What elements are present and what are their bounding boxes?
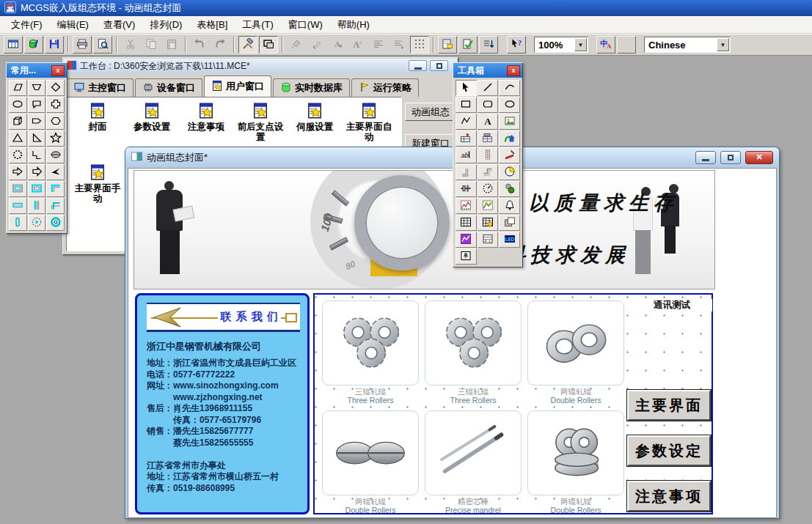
- context-help-button[interactable]: ?: [507, 36, 526, 53]
- xy-chart-tool[interactable]: [478, 198, 499, 214]
- cube-tool[interactable]: [9, 114, 27, 130]
- tab-2[interactable]: 用户窗口: [204, 75, 271, 97]
- menu-item-2[interactable]: 查看(V): [97, 17, 142, 33]
- syntax-check-button[interactable]: [458, 36, 478, 53]
- menu-item-1[interactable]: 编辑(E): [51, 17, 95, 33]
- user-window-item-1[interactable]: 参数设置: [125, 102, 178, 132]
- report-grid-tool[interactable]: [478, 232, 499, 248]
- document-close-button[interactable]: ✕: [745, 151, 773, 164]
- bar-vertical-tool[interactable]: [28, 198, 46, 214]
- blank-button[interactable]: [617, 36, 636, 53]
- dotted-circle-tool[interactable]: [28, 215, 46, 231]
- user-window-item-4[interactable]: 伺服设置: [288, 102, 341, 132]
- common-toggle-button[interactable]: [259, 36, 278, 53]
- menu-item-3[interactable]: 排列(D): [143, 17, 189, 33]
- gauge-clock-tool[interactable]: [478, 181, 499, 197]
- chevron-down-icon[interactable]: ▼: [574, 38, 587, 51]
- tab-4[interactable]: 运行策略: [351, 78, 419, 97]
- select-arrow-tool[interactable]: [456, 80, 477, 96]
- ellipse-shape-tool[interactable]: [9, 97, 27, 113]
- grid-toggle-button[interactable]: [410, 36, 429, 53]
- burst-tool[interactable]: [9, 147, 27, 163]
- diamond-tool[interactable]: [46, 80, 65, 96]
- cross-shape-tool[interactable]: [46, 97, 65, 113]
- toolbox-toggle-button[interactable]: [238, 36, 257, 53]
- bar-horizontal-tool[interactable]: [9, 198, 27, 214]
- workbench-restore-button[interactable]: [430, 60, 448, 71]
- menu-item-4[interactable]: 表格[B]: [190, 17, 234, 33]
- window-stack-tool[interactable]: [499, 215, 520, 231]
- zoom-select[interactable]: 100%▼: [534, 37, 588, 53]
- right-triangle-tool[interactable]: [28, 130, 46, 147]
- arrow-outline-tool[interactable]: [9, 164, 27, 180]
- properties-button[interactable]: [438, 36, 457, 53]
- frame-gray-cyan-tool[interactable]: [9, 181, 27, 197]
- alarm-bell-tool[interactable]: [499, 198, 520, 214]
- arc-tool-tool[interactable]: [499, 80, 520, 96]
- close-icon[interactable]: x: [51, 65, 65, 76]
- parallelogram-tool[interactable]: [9, 80, 27, 96]
- frame-cyan-gray-tool[interactable]: [28, 181, 46, 197]
- tab-0[interactable]: 主控窗口: [66, 78, 133, 97]
- hexagon-tool[interactable]: [46, 114, 65, 130]
- window-home-tool[interactable]: [499, 130, 520, 147]
- elbow-tube-tool[interactable]: [478, 164, 499, 180]
- corner-lines-tool[interactable]: [46, 198, 65, 214]
- document-minimize-button[interactable]: [695, 151, 716, 164]
- tab-1[interactable]: 设备窗口: [135, 78, 202, 97]
- text-label-tool[interactable]: A: [478, 114, 499, 130]
- user-window-item-0[interactable]: 封面: [71, 102, 124, 132]
- nav-button-1[interactable]: 参数设定: [627, 435, 711, 466]
- chevron-down-icon[interactable]: ▼: [717, 38, 729, 51]
- line-tool-tool[interactable]: [478, 80, 499, 96]
- triangle-tool[interactable]: [9, 130, 27, 147]
- rotary-dial-tool[interactable]: [499, 164, 520, 180]
- alarm-browser-tool[interactable]: [456, 248, 477, 265]
- stock-chart-tool[interactable]: [456, 232, 477, 248]
- capsule-cyan-tool[interactable]: [9, 215, 27, 231]
- ring-cyan-tool[interactable]: [46, 215, 65, 231]
- chinese-font-button[interactable]: 中A: [596, 36, 615, 53]
- side-button-0[interactable]: 动画组态: [405, 103, 456, 121]
- tab-3[interactable]: 实时数据库: [273, 78, 350, 97]
- rect-tool-tool[interactable]: [456, 97, 477, 113]
- sort-list-button[interactable]: [479, 36, 498, 53]
- database-edit-button[interactable]: [24, 36, 43, 53]
- led-display-tool[interactable]: LED: [499, 232, 520, 248]
- step-shape-tool[interactable]: [28, 147, 46, 163]
- menu-item-0[interactable]: 文件(F): [4, 17, 49, 33]
- menu-item-6[interactable]: 窗口(W): [282, 17, 329, 33]
- trend-chart-tool[interactable]: [456, 198, 477, 214]
- menu-item-5[interactable]: 工具(T): [235, 17, 280, 33]
- capsule-3d-tool[interactable]: [46, 147, 65, 163]
- label-frame-tool[interactable]: [478, 147, 499, 163]
- valve-switch-tool[interactable]: [456, 181, 477, 197]
- element-lib-tool[interactable]: [456, 130, 477, 147]
- workbench-new-button[interactable]: [4, 36, 23, 53]
- history-table-tool[interactable]: [478, 215, 499, 231]
- arrow-thick-tool[interactable]: [28, 164, 46, 180]
- star-shape-tool[interactable]: [46, 130, 65, 147]
- user-window-item-6[interactable]: 主要界面手动: [71, 163, 124, 204]
- rounded-rect-tool-tool[interactable]: [478, 97, 499, 113]
- ellipse-tool-tool[interactable]: [499, 97, 520, 113]
- user-window-item-3[interactable]: 前后支点设置: [234, 102, 287, 142]
- input-box-tool[interactable]: ab: [456, 147, 477, 163]
- device-box-tool[interactable]: [478, 130, 499, 147]
- signal-lamp-tool[interactable]: [499, 181, 520, 197]
- corner-tube-tool[interactable]: [456, 164, 477, 180]
- pentagon-arrow-tool[interactable]: [28, 114, 46, 130]
- menu-item-7[interactable]: 帮助(H): [331, 17, 376, 33]
- language-select[interactable]: Chinese▼: [644, 37, 731, 53]
- free-table-tool[interactable]: [456, 215, 477, 231]
- close-icon[interactable]: x: [507, 65, 520, 76]
- bitmap-tool-tool[interactable]: [499, 114, 520, 130]
- flag-brush-tool[interactable]: [499, 147, 520, 163]
- polyline-tool-tool[interactable]: [456, 114, 477, 130]
- arrow-black-tool[interactable]: [46, 164, 65, 180]
- user-window-item-5[interactable]: 主要界面自动: [343, 102, 395, 142]
- print-button[interactable]: [73, 36, 92, 53]
- user-window-item-2[interactable]: 注意事项: [180, 102, 233, 132]
- nav-button-2[interactable]: 注意事项: [627, 481, 711, 512]
- print-preview-button[interactable]: [93, 36, 112, 53]
